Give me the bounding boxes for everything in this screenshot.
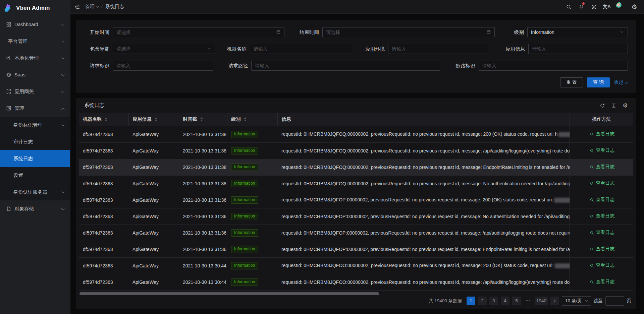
column-header-3[interactable]: 级别 bbox=[227, 113, 277, 126]
cell-timestamp: 2021-10-30 13:30:44 bbox=[179, 274, 227, 290]
search-button-primary[interactable]: 查 询 bbox=[587, 77, 610, 87]
end-time-picker[interactable] bbox=[322, 27, 495, 37]
view-log-link[interactable]: 查看日志 bbox=[590, 131, 614, 137]
cell-app-info: ApiGateWay bbox=[128, 126, 179, 142]
page-button-1[interactable]: 1 bbox=[467, 297, 475, 305]
column-header-1[interactable]: 应用信息 bbox=[128, 113, 179, 126]
app-env-input[interactable] bbox=[392, 46, 484, 52]
cell-timestamp: 2021-10-30 13:30:44 bbox=[179, 257, 227, 274]
app-info-input[interactable] bbox=[532, 46, 624, 52]
refresh-button[interactable] bbox=[600, 103, 605, 108]
request-id-field[interactable] bbox=[113, 61, 213, 71]
reset-button[interactable]: 重 置 bbox=[560, 77, 583, 87]
table-row[interactable]: df5974d72363ApiGateWay2021-10-30 13:31:3… bbox=[79, 126, 633, 142]
machine-name-field[interactable] bbox=[250, 44, 353, 54]
exception-select[interactable]: 请选择 bbox=[113, 44, 215, 54]
view-log-link[interactable]: 查看日志 bbox=[590, 197, 614, 203]
sidebar-item-label: 平台管理 bbox=[8, 38, 62, 45]
view-log-link[interactable]: 查看日志 bbox=[590, 213, 614, 219]
sidebar-item-identity-management[interactable]: 身份标识管理 bbox=[0, 117, 70, 133]
view-log-label: 查看日志 bbox=[596, 180, 614, 186]
sidebar-item-audit-logs[interactable]: 审计日志 bbox=[0, 133, 70, 150]
trace-id-input[interactable] bbox=[482, 63, 624, 68]
column-header-2[interactable]: 时间戳 bbox=[179, 113, 227, 126]
table-row[interactable]: df5974d72363ApiGateWay2021-10-30 13:31:3… bbox=[79, 142, 633, 159]
table-row[interactable]: df5974d72363ApiGateWay2021-10-30 13:31:3… bbox=[79, 225, 633, 241]
view-log-link[interactable]: 查看日志 bbox=[590, 246, 614, 252]
table-row[interactable]: df5974d72363ApiGateWay2021-10-30 13:31:3… bbox=[79, 192, 633, 208]
table-row[interactable]: df5974d72363ApiGateWay2021-10-30 13:31:3… bbox=[79, 175, 633, 192]
page-button-4[interactable]: 4 bbox=[501, 297, 509, 305]
next-page-button[interactable]: › bbox=[550, 297, 559, 305]
translate-button[interactable]: 文A bbox=[600, 0, 613, 14]
table-settings-button[interactable]: ⚙ bbox=[623, 103, 628, 109]
view-log-link[interactable]: 查看日志 bbox=[590, 147, 614, 153]
sidebar-item-settings[interactable]: 设置 bbox=[0, 167, 70, 184]
sidebar-item-app-gateway[interactable]: 应用网关 bbox=[0, 83, 70, 100]
view-log-link[interactable]: 查看日志 bbox=[590, 279, 614, 285]
menu-fold-button[interactable] bbox=[70, 0, 84, 14]
request-id-input[interactable] bbox=[116, 63, 210, 68]
request-path-input[interactable] bbox=[255, 63, 436, 68]
column-header-0[interactable]: 机器名称 bbox=[79, 113, 128, 126]
sidebar-item-system-logs[interactable]: 系统日志 bbox=[0, 150, 70, 167]
sidebar-item-object-storage[interactable]: 对象存储 bbox=[0, 200, 70, 217]
level-select[interactable]: Information bbox=[527, 27, 628, 37]
sort-icons[interactable] bbox=[155, 117, 157, 121]
sidebar-item-label: Dashboard bbox=[14, 22, 62, 27]
row-height-button[interactable] bbox=[611, 103, 616, 108]
table-row[interactable]: df5974d72363ApiGateWay2021-10-30 13:30:4… bbox=[79, 274, 633, 290]
exception-label: 包含异常 bbox=[88, 46, 109, 52]
settings-button[interactable]: ⚙ bbox=[628, 0, 641, 14]
horizontal-scrollbar-thumb[interactable] bbox=[79, 292, 379, 295]
request-path-field[interactable] bbox=[251, 61, 440, 71]
notification-button[interactable] bbox=[575, 0, 588, 14]
page-size-value: 10 条/页 bbox=[565, 298, 582, 304]
level-label: 级别 bbox=[514, 29, 524, 36]
jump-page-input[interactable] bbox=[605, 296, 624, 306]
view-log-link[interactable]: 查看日志 bbox=[590, 230, 614, 236]
fullscreen-button[interactable] bbox=[588, 0, 600, 14]
page-button-2[interactable]: 2 bbox=[478, 297, 487, 305]
search-button[interactable] bbox=[562, 0, 575, 14]
machine-name-input[interactable] bbox=[254, 46, 349, 52]
start-time-input[interactable] bbox=[116, 29, 276, 35]
app-info-field[interactable] bbox=[528, 44, 628, 54]
view-log-link[interactable]: 查看日志 bbox=[590, 164, 614, 170]
table-row[interactable]: df5974d72363ApiGateWay2021-10-30 13:31:3… bbox=[79, 159, 633, 175]
gear-icon: ⚙ bbox=[623, 103, 628, 109]
table-row[interactable]: df5974d72363ApiGateWay2021-10-30 13:31:3… bbox=[79, 241, 633, 257]
page-size-select[interactable]: 10 条/页 bbox=[562, 296, 591, 306]
chevron-down-icon bbox=[620, 29, 624, 35]
sidebar-item-saas[interactable]: Saas bbox=[0, 66, 70, 83]
page-button-5[interactable]: 5 bbox=[512, 297, 521, 305]
app-env-field[interactable] bbox=[388, 44, 488, 54]
sort-icons[interactable] bbox=[244, 117, 247, 121]
page-button-3[interactable]: 3 bbox=[489, 297, 498, 305]
page-button-1940[interactable]: 1940 bbox=[535, 297, 548, 305]
view-log-link[interactable]: 查看日志 bbox=[590, 262, 614, 268]
table-row[interactable]: df5974d72363ApiGateWay2021-10-30 13:30:4… bbox=[79, 257, 633, 274]
sidebar-item-dashboard[interactable]: Dashboard bbox=[0, 16, 70, 33]
sidebar-item-platform-management[interactable]: 平台管理 bbox=[0, 33, 70, 50]
sidebar-item-management[interactable]: 管理 bbox=[0, 100, 70, 117]
sidebar-item-auth-server[interactable]: 身份认证服务器 bbox=[0, 184, 70, 200]
cell-timestamp: 2021-10-30 13:31:36 bbox=[179, 225, 227, 241]
view-log-link[interactable]: 查看日志 bbox=[590, 180, 614, 186]
logo[interactable]: Vben Admin bbox=[0, 0, 70, 16]
user-menu[interactable] bbox=[613, 0, 628, 14]
sort-icons[interactable] bbox=[200, 117, 203, 121]
collapse-filter-link[interactable]: 收起 bbox=[614, 79, 628, 85]
sort-icons[interactable] bbox=[105, 117, 107, 121]
sidebar-item-label: 对象存储 bbox=[14, 206, 62, 212]
breadcrumb-item-management[interactable]: 管理 bbox=[85, 4, 99, 10]
start-time-picker[interactable] bbox=[113, 27, 284, 37]
sidebar-item-localization-management[interactable]: 本地化管理 bbox=[0, 50, 70, 66]
page-content: 开始时间 结束时间 级别 Information bbox=[70, 14, 644, 314]
jump-suffix-label: 页 bbox=[627, 298, 632, 304]
end-time-input[interactable] bbox=[326, 29, 486, 35]
table-row[interactable]: df5974d72363ApiGateWay2021-10-30 13:31:3… bbox=[79, 208, 633, 225]
sort-desc-icon bbox=[200, 120, 203, 121]
trace-id-field[interactable] bbox=[479, 61, 628, 71]
cell-action: 查看日志 bbox=[570, 142, 633, 159]
